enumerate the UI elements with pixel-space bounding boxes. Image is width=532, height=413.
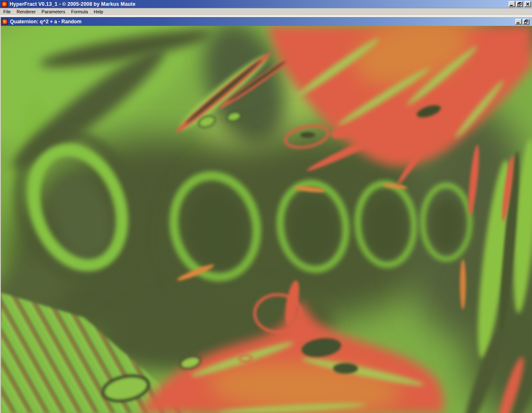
minimize-button[interactable] [509,1,515,7]
close-button[interactable] [524,1,531,7]
fractal-window-controls [515,19,529,25]
minimize-icon [517,23,519,23]
restore-button[interactable] [516,1,523,7]
app-title: HyperFract V0.13_1 - © 2005-2008 by Mark… [10,1,509,7]
menu-help[interactable]: Help [91,8,106,15]
menu-bar: File Renderer Parameters Formula Help [0,8,532,16]
child-restore-button[interactable] [523,19,529,25]
menu-renderer[interactable]: Renderer [14,8,39,15]
application-window: HyperFract V0.13_1 - © 2005-2008 by Mark… [0,0,532,413]
fractal-window-icon [2,19,8,25]
fractal-window-title: Quaternion: q^2 + a - Random [10,19,515,25]
fractal-canvas[interactable] [1,26,532,413]
menu-file[interactable]: File [0,8,14,15]
fractal-window: Quaternion: q^2 + a - Random [0,16,532,413]
minimize-icon [510,5,513,6]
app-fractal-icon [2,1,8,7]
menu-parameters[interactable]: Parameters [39,8,68,15]
restore-icon [524,20,528,24]
child-minimize-button[interactable] [515,19,522,25]
close-icon [526,2,530,6]
window-controls [509,1,531,7]
fractal-window-titlebar[interactable]: Quaternion: q^2 + a - Random [1,17,532,26]
fractal-image [1,26,532,413]
restore-icon [517,2,522,6]
menu-formula[interactable]: Formula [68,8,90,15]
app-titlebar[interactable]: HyperFract V0.13_1 - © 2005-2008 by Mark… [0,0,532,8]
